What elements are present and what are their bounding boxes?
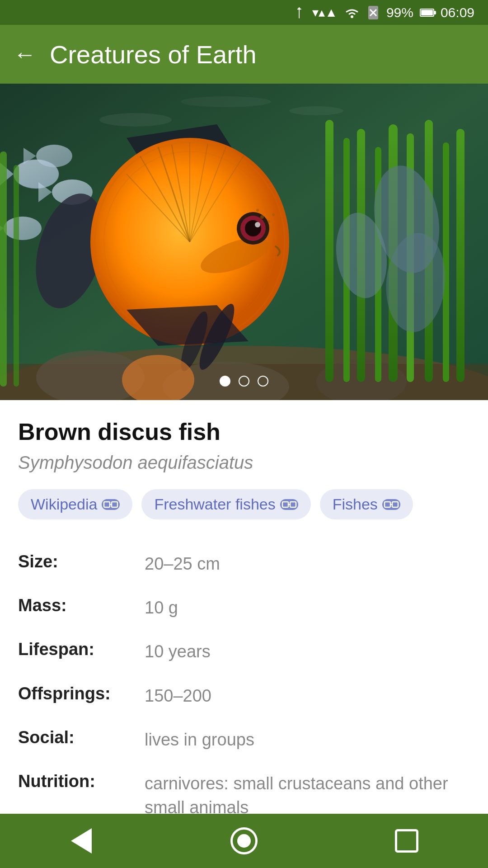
battery-icon bbox=[420, 9, 434, 17]
fact-value-nutrition: carnivores: small crustaceans and other … bbox=[145, 772, 470, 820]
time-display: 06:09 bbox=[441, 5, 474, 20]
hero-image-container bbox=[0, 84, 488, 400]
fact-label-size: Size: bbox=[18, 552, 145, 576]
nav-home-button[interactable] bbox=[226, 823, 262, 859]
bottom-nav-bar bbox=[0, 814, 488, 868]
svg-rect-32 bbox=[14, 165, 19, 387]
fish-scientific-name: Symphysodon aequifasciatus bbox=[18, 453, 470, 473]
fact-label-nutrition: Nutrition: bbox=[18, 772, 145, 820]
nav-back-button[interactable] bbox=[63, 823, 99, 859]
fact-value-size: 20–25 cm bbox=[145, 552, 470, 576]
back-button[interactable]: ← bbox=[14, 43, 36, 66]
carousel-dot-2[interactable] bbox=[239, 376, 249, 387]
carousel-dot-3[interactable] bbox=[258, 376, 268, 387]
carousel-dots bbox=[220, 376, 268, 387]
fact-value-lifespan: 10 years bbox=[145, 640, 470, 664]
svg-point-26 bbox=[4, 217, 42, 240]
wifi-icon: ▾▴▲ bbox=[312, 5, 338, 20]
fact-row-offsprings: Offsprings: 150–200 bbox=[18, 674, 470, 718]
svg-point-53 bbox=[255, 222, 260, 227]
fact-label-offsprings: Offsprings: bbox=[18, 684, 145, 708]
svg-point-54 bbox=[260, 215, 264, 219]
no-sim-icon bbox=[366, 6, 380, 19]
app-title: Creatures of Earth bbox=[50, 40, 257, 69]
svg-rect-31 bbox=[0, 151, 7, 387]
svg-point-59 bbox=[99, 113, 172, 127]
nav-recents-button[interactable] bbox=[389, 823, 425, 859]
fish-illustration bbox=[0, 84, 488, 400]
svg-point-55 bbox=[256, 209, 259, 212]
tags-container: Wikipedia Freshwater fishes Fishes bbox=[18, 489, 470, 519]
tag-wikipedia[interactable]: Wikipedia bbox=[18, 489, 132, 519]
fish-scene bbox=[0, 84, 488, 400]
content-area: Brown discus fish Symphysodon aequifasci… bbox=[0, 400, 488, 868]
carousel-dot-1[interactable] bbox=[220, 376, 230, 387]
fact-label-lifespan: Lifespan: bbox=[18, 640, 145, 664]
tag-freshwater-fishes-label: Freshwater fishes bbox=[154, 495, 275, 513]
tag-link-icon-wikipedia bbox=[102, 499, 120, 510]
app-bar: ← Creatures of Earth bbox=[0, 25, 488, 84]
fact-value-mass: 10 g bbox=[145, 596, 470, 620]
nav-home-icon bbox=[230, 827, 258, 854]
nav-back-icon bbox=[71, 828, 92, 854]
svg-point-0 bbox=[351, 15, 353, 18]
status-icons: ⭡ ▾▴▲ 99% 06:09 bbox=[293, 5, 474, 20]
wifi-icon-svg bbox=[344, 6, 360, 19]
battery-percent: 99% bbox=[386, 5, 413, 20]
tag-freshwater-fishes[interactable]: Freshwater fishes bbox=[141, 489, 310, 519]
fish-common-name: Brown discus fish bbox=[18, 418, 470, 445]
svg-rect-10 bbox=[325, 120, 333, 382]
nav-recents-icon bbox=[395, 829, 418, 853]
svg-point-56 bbox=[267, 220, 270, 223]
svg-point-57 bbox=[272, 213, 275, 216]
fact-value-social: lives in groups bbox=[145, 728, 470, 752]
fact-row-lifespan: Lifespan: 10 years bbox=[18, 630, 470, 674]
svg-point-61 bbox=[181, 96, 271, 107]
tag-fishes-label: Fishes bbox=[333, 495, 378, 513]
svg-point-24 bbox=[36, 145, 72, 167]
svg-point-60 bbox=[289, 106, 343, 115]
tag-fishes[interactable]: Fishes bbox=[320, 489, 413, 519]
tag-link-icon-freshwater bbox=[280, 499, 298, 510]
svg-rect-17 bbox=[443, 142, 449, 382]
fact-value-offsprings: 150–200 bbox=[145, 684, 470, 708]
tag-wikipedia-label: Wikipedia bbox=[31, 495, 97, 513]
svg-rect-18 bbox=[456, 129, 465, 382]
bluetooth-icon: ⭡ bbox=[293, 5, 306, 20]
fact-row-size: Size: 20–25 cm bbox=[18, 542, 470, 586]
status-bar: ⭡ ▾▴▲ 99% 06:09 bbox=[0, 0, 488, 25]
fact-row-mass: Mass: 10 g bbox=[18, 586, 470, 630]
fact-label-mass: Mass: bbox=[18, 596, 145, 620]
fact-label-social: Social: bbox=[18, 728, 145, 752]
fact-row-social: Social: lives in groups bbox=[18, 718, 470, 762]
tag-link-icon-fishes bbox=[382, 499, 400, 510]
